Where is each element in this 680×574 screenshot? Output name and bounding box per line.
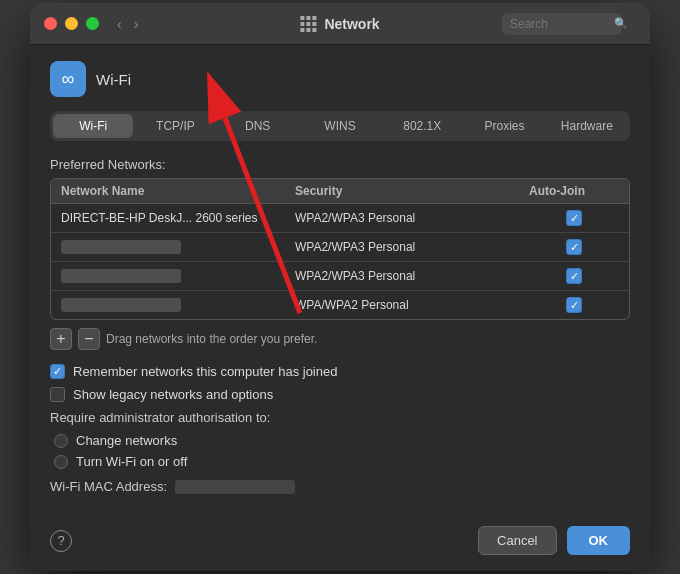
table-actions: + − Drag networks into the order you pre… [50, 328, 630, 350]
tab-proxies[interactable]: Proxies [464, 114, 544, 138]
ok-button[interactable]: OK [567, 526, 631, 555]
grid-icon [300, 16, 316, 32]
tab-tcpip[interactable]: TCP/IP [135, 114, 215, 138]
titlebar-center: Network [300, 16, 379, 32]
titlebar: ‹ › Network 🔍 [30, 3, 650, 45]
security-cell: WPA2/WPA3 Personal [295, 211, 529, 225]
autojoin-cell[interactable]: ✓ [529, 297, 619, 313]
remember-networks-checkbox[interactable]: ✓ [50, 364, 65, 379]
networks-table: Network Name Security Auto-Join DIRECT-B… [50, 178, 630, 320]
remove-network-button[interactable]: − [78, 328, 100, 350]
wifi-header: ∞ Wi-Fi [50, 61, 630, 97]
remember-networks-row: ✓ Remember networks this computer has jo… [50, 364, 630, 379]
main-content: ∞ Wi-Fi Wi-Fi TCP/IP DNS WINS 802.1X Pro… [30, 45, 650, 514]
add-network-button[interactable]: + [50, 328, 72, 350]
show-legacy-label: Show legacy networks and options [73, 387, 273, 402]
security-cell: WPA2/WPA3 Personal [295, 269, 529, 283]
col-autojoin: Auto-Join [529, 184, 619, 198]
preferred-networks-label: Preferred Networks: [50, 157, 630, 172]
wifi-label: Wi-Fi [96, 71, 131, 88]
change-networks-radio[interactable] [54, 434, 68, 448]
table-header: Network Name Security Auto-Join [51, 179, 629, 204]
autojoin-cell[interactable]: ✓ [529, 239, 619, 255]
tab-8021x[interactable]: 802.1X [382, 114, 462, 138]
footer-buttons: Cancel OK [478, 526, 630, 555]
search-input[interactable] [502, 13, 622, 35]
autojoin-cell[interactable]: ✓ [529, 268, 619, 284]
traffic-lights [44, 17, 99, 30]
checkmark-icon: ✓ [570, 271, 579, 282]
blurred-network-name [61, 298, 181, 312]
tab-wins[interactable]: WINS [300, 114, 380, 138]
table-row[interactable]: WPA/WPA2 Personal ✓ [51, 291, 629, 319]
mac-address-value [175, 480, 295, 494]
footer: ? Cancel OK [30, 514, 650, 571]
turn-wifi-row: Turn Wi-Fi on or off [54, 454, 630, 469]
minimize-button[interactable] [65, 17, 78, 30]
show-legacy-checkbox[interactable] [50, 387, 65, 402]
mac-address-label: Wi-Fi MAC Address: [50, 479, 167, 494]
require-admin-label: Require administrator authorisation to: [50, 410, 630, 425]
close-button[interactable] [44, 17, 57, 30]
back-arrow-icon[interactable]: ‹ [117, 16, 122, 32]
cancel-button[interactable]: Cancel [478, 526, 556, 555]
turn-wifi-label: Turn Wi-Fi on or off [76, 454, 187, 469]
checkbox-checked-icon[interactable]: ✓ [566, 210, 582, 226]
tab-hardware[interactable]: Hardware [547, 114, 627, 138]
network-preferences-window: ‹ › Network 🔍 ∞ [30, 3, 650, 571]
col-security: Security [295, 184, 529, 198]
turn-wifi-radio[interactable] [54, 455, 68, 469]
checkbox-checked-icon[interactable]: ✓ [566, 297, 582, 313]
checkbox-checked-icon[interactable]: ✓ [566, 268, 582, 284]
help-button[interactable]: ? [50, 530, 72, 552]
change-networks-row: Change networks [54, 433, 630, 448]
show-legacy-row: Show legacy networks and options [50, 387, 630, 402]
table-row[interactable]: WPA2/WPA3 Personal ✓ [51, 233, 629, 262]
maximize-button[interactable] [86, 17, 99, 30]
remember-networks-label: Remember networks this computer has join… [73, 364, 337, 379]
checkmark-icon: ✓ [53, 366, 62, 377]
checkmark-icon: ✓ [570, 213, 579, 224]
change-networks-label: Change networks [76, 433, 177, 448]
blurred-network-name [61, 240, 181, 254]
autojoin-cell[interactable]: ✓ [529, 210, 619, 226]
table-row[interactable]: DIRECT-BE-HP DeskJ... 2600 series WPA2/W… [51, 204, 629, 233]
window-title: Network [324, 16, 379, 32]
table-row[interactable]: WPA2/WPA3 Personal ✓ [51, 262, 629, 291]
drag-hint: Drag networks into the order you prefer. [106, 332, 317, 346]
tab-bar: Wi-Fi TCP/IP DNS WINS 802.1X Proxies Har… [50, 111, 630, 141]
wifi-icon-wrap: ∞ [50, 61, 86, 97]
security-cell: WPA2/WPA3 Personal [295, 240, 529, 254]
mac-address-row: Wi-Fi MAC Address: [50, 479, 630, 494]
tab-dns[interactable]: DNS [218, 114, 298, 138]
checkbox-checked-icon[interactable]: ✓ [566, 239, 582, 255]
forward-arrow-icon[interactable]: › [134, 16, 139, 32]
wifi-icon: ∞ [62, 69, 75, 90]
tab-wifi[interactable]: Wi-Fi [53, 114, 133, 138]
blurred-network-name [61, 269, 181, 283]
titlebar-nav: ‹ › [117, 16, 138, 32]
col-network-name: Network Name [61, 184, 295, 198]
checkmark-icon: ✓ [570, 242, 579, 253]
checkmark-icon: ✓ [570, 300, 579, 311]
search-icon: 🔍 [614, 17, 628, 30]
security-cell: WPA/WPA2 Personal [295, 298, 529, 312]
network-name-cell: DIRECT-BE-HP DeskJ... 2600 series [61, 211, 295, 225]
